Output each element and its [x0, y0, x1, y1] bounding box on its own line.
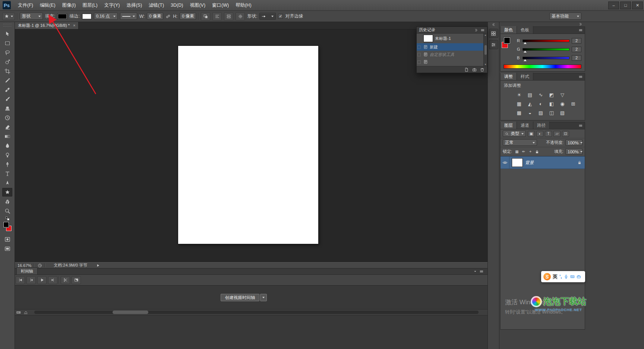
channel-value[interactable]: 2: [572, 55, 581, 61]
history-item[interactable]: 自定形状工具: [417, 51, 483, 58]
ime-logo-icon[interactable]: S: [543, 273, 551, 280]
history-brush-tool[interactable]: [2, 113, 12, 122]
default-colors-icon[interactable]: [5, 216, 10, 221]
stroke-style-dropdown[interactable]: [120, 13, 137, 20]
geometry-options-button[interactable]: [236, 12, 245, 21]
tab-timeline[interactable]: 时间轴: [16, 267, 38, 274]
lock-option-icon[interactable]: ✏: [521, 149, 527, 154]
layer-filter-icon[interactable]: ▱: [553, 131, 561, 137]
stroke-width-field[interactable]: 0.16 点: [94, 13, 118, 20]
collapse-panel-icon[interactable]: [474, 28, 478, 32]
adjustment-icon[interactable]: ▩: [515, 110, 523, 116]
foreground-color-swatch[interactable]: [504, 37, 510, 44]
opacity-field[interactable]: 100%: [565, 139, 583, 146]
quick-mask-button[interactable]: [2, 235, 12, 243]
stroke-swatch[interactable]: [82, 13, 92, 19]
adjustment-icon[interactable]: ▽: [559, 92, 566, 98]
panel-menu[interactable]: [578, 28, 583, 34]
history-source-box[interactable]: [417, 53, 421, 56]
crop-tool[interactable]: [2, 67, 12, 75]
align-edges-checkbox[interactable]: ✓: [278, 14, 283, 19]
zoom-tool[interactable]: [2, 207, 12, 215]
chevron-down-icon[interactable]: [473, 270, 477, 273]
hand-tool[interactable]: [2, 197, 12, 206]
height-field[interactable]: 0 像素: [180, 13, 196, 20]
panel-tab[interactable]: 路径: [533, 122, 550, 129]
layer-filter-icon[interactable]: ▣: [528, 131, 535, 137]
adjustment-icon[interactable]: ◭: [526, 101, 534, 107]
minimize-button[interactable]: –: [608, 1, 619, 9]
blend-mode-dropdown[interactable]: 正常: [503, 139, 537, 146]
slider-thumb[interactable]: [524, 59, 527, 61]
create-timeline-dropdown[interactable]: [260, 294, 267, 301]
history-source-box[interactable]: [417, 60, 421, 64]
adjustment-icon[interactable]: ◒: [526, 110, 534, 116]
adjustment-icon[interactable]: ∿: [537, 92, 544, 98]
channel-track[interactable]: [523, 57, 569, 59]
lock-option-icon[interactable]: +: [527, 149, 533, 154]
width-field[interactable]: 0 像素: [147, 13, 163, 20]
ime-language-mode[interactable]: 英: [553, 273, 558, 280]
clone-stamp-tool[interactable]: [2, 104, 12, 113]
panel-menu[interactable]: [578, 75, 583, 80]
layer-filter-icon[interactable]: ⊡: [562, 131, 569, 137]
layer-visibility-toggle[interactable]: [501, 157, 509, 169]
panel-menu-icon[interactable]: [480, 28, 485, 32]
collapsed-panel-button-2[interactable]: [489, 40, 498, 49]
panel-menu-icon[interactable]: [479, 269, 484, 274]
menubar-item[interactable]: 3D(D): [167, 0, 186, 11]
first-frame-button[interactable]: [16, 276, 25, 284]
type-tool[interactable]: [2, 169, 12, 178]
gradient-tool[interactable]: [2, 132, 12, 141]
adjustment-icon[interactable]: ⊞: [569, 101, 577, 107]
lasso-tool[interactable]: [2, 48, 12, 57]
keyboard-icon[interactable]: [570, 274, 575, 279]
adjustment-icon[interactable]: ☀: [515, 92, 523, 98]
healing-brush-tool[interactable]: [2, 85, 12, 94]
panel-grip[interactable]: [3, 24, 12, 26]
previous-frame-button[interactable]: [26, 276, 36, 284]
channel-value[interactable]: 2: [572, 38, 581, 44]
adjustment-icon[interactable]: ◫: [548, 110, 555, 116]
panel-tab[interactable]: 通道: [517, 122, 533, 129]
adjustment-icon[interactable]: ▧: [559, 110, 566, 116]
eyedropper-tool[interactable]: [2, 76, 12, 85]
maximize-button[interactable]: □: [620, 1, 631, 9]
new-document-from-state-button[interactable]: [464, 67, 469, 72]
brush-tool[interactable]: [2, 95, 12, 103]
render-export-icon[interactable]: [23, 310, 28, 315]
menubar-item[interactable]: 文件(F): [15, 0, 37, 11]
adjustment-icon[interactable]: ▤: [526, 92, 534, 98]
ime-punctuation-toggle[interactable]: ’,: [559, 274, 562, 279]
path-operations-button[interactable]: [201, 12, 210, 21]
pen-tool[interactable]: [2, 160, 12, 169]
menubar-item[interactable]: 帮助(H): [232, 0, 255, 11]
create-video-timeline-button[interactable]: 创建视频时间轴: [221, 294, 260, 301]
delete-state-button[interactable]: [480, 67, 484, 72]
slider-thumb[interactable]: [524, 42, 527, 44]
history-item[interactable]: [417, 58, 483, 66]
layer-row-background[interactable]: 背景: [501, 156, 585, 169]
quick-selection-tool[interactable]: [2, 57, 12, 66]
timeline-scrollbar[interactable]: [34, 311, 479, 314]
panel-tab[interactable]: 图层: [501, 122, 517, 129]
menubar-item[interactable]: 窗口(W): [209, 0, 232, 11]
path-alignment-button[interactable]: [212, 12, 222, 21]
fill-opacity-field[interactable]: 100%: [565, 148, 583, 155]
menubar-item[interactable]: 编辑(E): [37, 0, 59, 11]
panel-tab[interactable]: 调整: [501, 73, 517, 80]
adjustment-icon[interactable]: ◧: [548, 101, 555, 107]
close-button[interactable]: ✕: [632, 1, 643, 9]
menubar-item[interactable]: 视图(V): [186, 0, 209, 11]
next-frame-button[interactable]: [48, 276, 57, 284]
collapsed-panel-button-1[interactable]: [489, 29, 498, 38]
transition-button[interactable]: [72, 276, 81, 284]
channel-value[interactable]: 2: [572, 47, 581, 52]
panel-menu[interactable]: [578, 123, 583, 129]
path-selection-tool[interactable]: [2, 179, 12, 187]
path-arrangement-button[interactable]: [224, 12, 233, 21]
close-icon[interactable]: ×: [73, 23, 75, 28]
adjustment-icon[interactable]: ◐: [537, 101, 544, 107]
history-scrollbar[interactable]: ▲ ▼: [483, 34, 487, 66]
slider-thumb[interactable]: [524, 51, 527, 53]
